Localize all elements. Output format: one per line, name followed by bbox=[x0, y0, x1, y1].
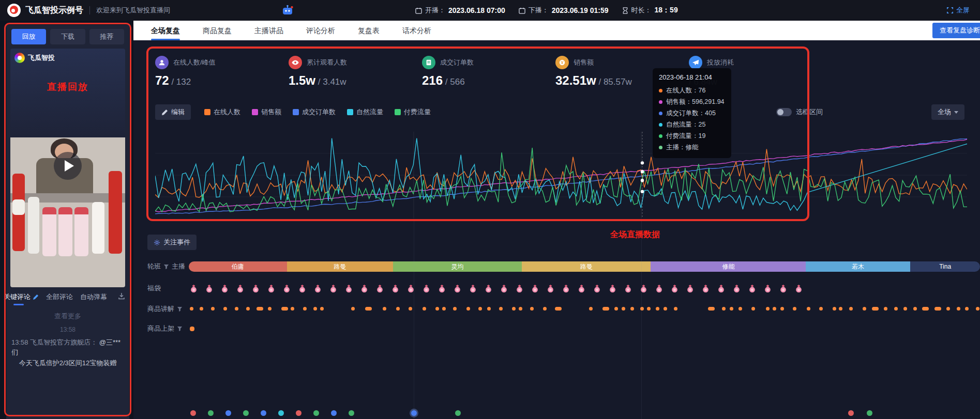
sidebar-tab-回放[interactable]: 回放 bbox=[11, 29, 46, 44]
explain-marker[interactable] bbox=[819, 307, 823, 311]
explain-marker[interactable] bbox=[190, 307, 193, 311]
lucky-bag-icon[interactable] bbox=[685, 284, 695, 293]
explain-marker[interactable] bbox=[839, 307, 842, 311]
lucky-bag-icon[interactable] bbox=[266, 284, 276, 293]
explain-marker[interactable] bbox=[291, 307, 294, 311]
follow-events-button[interactable]: 关注事件 bbox=[147, 235, 197, 250]
lucky-bag-icon[interactable] bbox=[204, 284, 214, 293]
explain-marker[interactable] bbox=[211, 307, 215, 311]
lucky-bag-icon[interactable] bbox=[375, 284, 385, 293]
lucky-bag-icon[interactable] bbox=[747, 284, 757, 293]
explain-marker[interactable] bbox=[589, 307, 593, 311]
interaction-marker[interactable] bbox=[867, 410, 872, 416]
interaction-marker[interactable] bbox=[296, 410, 301, 416]
explain-marker[interactable] bbox=[257, 307, 263, 311]
comment-tab-关键评论[interactable]: 关键评论 bbox=[4, 292, 39, 302]
shift-segment-若木[interactable]: 若木 bbox=[806, 261, 910, 272]
explain-marker[interactable] bbox=[365, 307, 372, 311]
explain-marker[interactable] bbox=[751, 307, 755, 311]
explain-marker[interactable] bbox=[246, 307, 250, 311]
lucky-bag-icon[interactable] bbox=[189, 284, 199, 293]
shift-segment-路曼[interactable]: 路曼 bbox=[287, 261, 393, 272]
tab-评论分析[interactable]: 评论分析 bbox=[295, 21, 346, 40]
legend-item-付费流量[interactable]: 付费流量 bbox=[395, 107, 431, 117]
tab-主播讲品[interactable]: 主播讲品 bbox=[243, 21, 295, 40]
legend-item-自然流量[interactable]: 自然流量 bbox=[347, 107, 383, 117]
explain-marker[interactable] bbox=[773, 307, 776, 311]
interaction-marker[interactable] bbox=[190, 410, 196, 416]
tab-复盘表[interactable]: 复盘表 bbox=[346, 21, 391, 40]
shift-segment-路曼[interactable]: 路曼 bbox=[522, 261, 651, 272]
lucky-bag-icon[interactable] bbox=[561, 284, 571, 293]
interaction-marker[interactable] bbox=[848, 410, 854, 416]
lucky-bag-icon[interactable] bbox=[328, 284, 338, 293]
explain-marker[interactable] bbox=[303, 307, 307, 311]
sidebar-tab-推荐[interactable]: 推荐 bbox=[89, 29, 124, 44]
explain-marker[interactable] bbox=[435, 307, 439, 311]
explain-marker[interactable] bbox=[903, 307, 907, 311]
explain-marker[interactable] bbox=[614, 307, 618, 311]
comment-tab-自动弹幕[interactable]: 自动弹幕 bbox=[80, 292, 107, 302]
tab-商品复盘[interactable]: 商品复盘 bbox=[191, 21, 243, 40]
explain-marker[interactable] bbox=[976, 307, 979, 311]
shift-segment-Tina[interactable]: Tina bbox=[910, 261, 980, 272]
lucky-bag-icon[interactable] bbox=[577, 284, 586, 293]
explain-marker[interactable] bbox=[708, 307, 715, 311]
explain-marker[interactable] bbox=[235, 307, 238, 311]
interaction-marker[interactable] bbox=[349, 410, 354, 416]
explain-marker[interactable] bbox=[281, 307, 288, 311]
lucky-bag-icon[interactable] bbox=[220, 284, 230, 293]
review-diagnosis-button[interactable]: 查看复盘诊断 bbox=[932, 23, 980, 38]
lucky-bag-icon[interactable] bbox=[732, 284, 742, 293]
lucky-bag-icon[interactable] bbox=[359, 284, 369, 293]
explain-marker[interactable] bbox=[807, 307, 810, 311]
explain-marker[interactable] bbox=[519, 307, 522, 311]
explain-marker[interactable] bbox=[674, 307, 677, 311]
lucky-bag-icon[interactable] bbox=[344, 284, 354, 293]
explain-marker[interactable] bbox=[722, 307, 726, 311]
lucky-bag-icon[interactable] bbox=[639, 284, 649, 293]
explain-marker[interactable] bbox=[466, 307, 470, 311]
bag-markers[interactable] bbox=[189, 284, 980, 293]
lucky-bag-icon[interactable] bbox=[251, 284, 261, 293]
sidebar-tab-下载[interactable]: 下载 bbox=[50, 29, 85, 44]
explain-marker[interactable] bbox=[872, 307, 879, 311]
explain-marker[interactable] bbox=[543, 307, 547, 311]
play-button[interactable] bbox=[54, 152, 82, 180]
shift-segment-修能[interactable]: 修能 bbox=[651, 261, 806, 272]
lucky-bag-icon[interactable] bbox=[453, 284, 462, 293]
explain-marker[interactable] bbox=[351, 307, 355, 311]
explain-marker[interactable] bbox=[530, 307, 534, 311]
scope-dropdown[interactable]: 全场 bbox=[931, 104, 964, 120]
lucky-bag-icon[interactable] bbox=[406, 284, 416, 293]
lucky-bag-icon[interactable] bbox=[701, 284, 711, 293]
shift-bar[interactable]: 伯庸路曼灵均路曼修能若木Tina bbox=[189, 261, 980, 272]
lucky-bag-icon[interactable] bbox=[654, 284, 664, 293]
legend-item-在线人数[interactable]: 在线人数 bbox=[204, 107, 240, 117]
explain-marker[interactable] bbox=[630, 307, 634, 311]
explain-marker[interactable] bbox=[730, 307, 733, 311]
lucky-bag-icon[interactable] bbox=[468, 284, 478, 293]
lucky-bag-icon[interactable] bbox=[437, 284, 447, 293]
view-more-link[interactable]: 查看更多 bbox=[6, 312, 129, 321]
explain-marker[interactable] bbox=[223, 307, 227, 311]
explain-marker[interactable] bbox=[934, 307, 941, 311]
download-comments-button[interactable] bbox=[118, 292, 125, 302]
lucky-bag-icon[interactable] bbox=[313, 284, 323, 293]
explain-marker[interactable] bbox=[766, 307, 770, 311]
lucky-bag-icon[interactable] bbox=[608, 284, 617, 293]
explain-marker[interactable] bbox=[512, 307, 516, 311]
explain-marker[interactable] bbox=[320, 307, 324, 311]
explain-marker[interactable] bbox=[738, 307, 742, 311]
tab-话术分析[interactable]: 话术分析 bbox=[391, 21, 443, 40]
interaction-marker[interactable] bbox=[455, 410, 461, 416]
explain-marker[interactable] bbox=[453, 307, 457, 311]
explain-marker[interactable] bbox=[922, 307, 929, 311]
explain-marker[interactable] bbox=[780, 307, 784, 311]
lucky-bag-icon[interactable] bbox=[530, 284, 540, 293]
lucky-bag-icon[interactable] bbox=[778, 284, 788, 293]
shift-segment-灵均[interactable]: 灵均 bbox=[393, 261, 522, 272]
lucky-bag-icon[interactable] bbox=[623, 284, 633, 293]
launch-markers[interactable] bbox=[189, 326, 980, 331]
explain-marker[interactable] bbox=[863, 307, 866, 311]
